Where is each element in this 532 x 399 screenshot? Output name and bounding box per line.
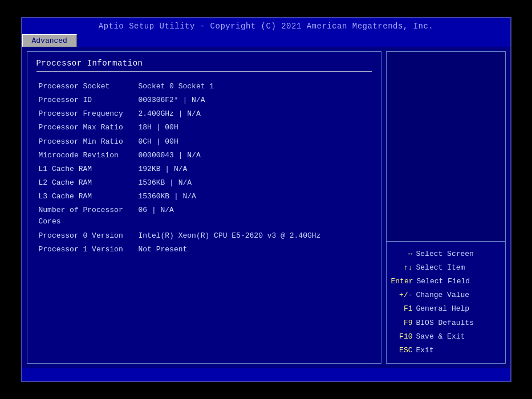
key-row: ↔Select Screen [391, 247, 501, 261]
header-title: Aptio Setup Utility - Copyright (C) 2021… [99, 22, 434, 31]
key-row: ESCExit [391, 344, 501, 357]
row-value: 1536KB | N/A [136, 176, 372, 190]
key-desc: Save & Exit [416, 331, 465, 343]
key-desc: Select Field [417, 276, 470, 287]
keybindings-panel: ↔Select Screen↑↓Select ItemEnterSelect F… [387, 242, 505, 363]
row-value: 0CH | 00H [136, 135, 372, 149]
row-value: 000306F2* | N/A [136, 93, 372, 107]
side-top-decoration [387, 52, 505, 242]
key-label: Enter [391, 276, 413, 287]
bios-content: Processor Information Processor SocketSo… [22, 47, 510, 368]
key-desc: Exit [416, 345, 434, 356]
info-table: Processor SocketSocket 0 Socket 1Process… [36, 80, 372, 256]
row-value: 00000043 | N/A [136, 149, 372, 162]
table-row: Processor ID000306F2* | N/A [36, 93, 372, 107]
key-label: +/- [391, 290, 413, 301]
row-label: Processor 0 Version [36, 229, 136, 243]
row-label: L3 Cache RAM [36, 190, 136, 203]
table-row: L3 Cache RAM15360KB | N/A [36, 190, 372, 203]
key-desc: Select Screen [416, 249, 474, 260]
table-row: Processor Max Ratio18H | 00H [36, 121, 372, 135]
key-label: ESC [391, 345, 413, 356]
panel-divider [36, 71, 372, 72]
table-row: Processor Min Ratio0CH | 00H [36, 135, 372, 149]
row-value: 2.400GHz | N/A [136, 107, 372, 121]
row-label: Processor Max Ratio [36, 121, 136, 135]
bios-screen: Aptio Setup Utility - Copyright (C) 2021… [21, 17, 511, 382]
key-row: F9BIOS Defaults [391, 316, 501, 330]
key-label: F9 [391, 317, 413, 329]
bios-tabs: Advanced [22, 33, 510, 47]
row-label: Processor 1 Version [36, 243, 136, 256]
key-row: EnterSelect Field [391, 275, 501, 288]
key-label: ↔ [391, 249, 413, 260]
main-panel: Processor Information Processor SocketSo… [27, 51, 381, 364]
key-label: F10 [391, 331, 413, 343]
table-row: Processor SocketSocket 0 Socket 1 [36, 80, 372, 93]
key-label: F1 [391, 303, 413, 315]
row-label: L1 Cache RAM [36, 162, 136, 176]
key-desc: General Help [416, 303, 470, 315]
key-row: F1General Help [391, 302, 501, 316]
key-row: F10Save & Exit [391, 330, 501, 344]
row-label: Microcode Revision [36, 149, 136, 162]
tab-advanced[interactable]: Advanced [22, 34, 77, 47]
row-value: Socket 0 Socket 1 [136, 80, 372, 93]
key-desc: BIOS Defaults [416, 317, 474, 329]
side-panel: ↔Select Screen↑↓Select ItemEnterSelect F… [386, 51, 506, 364]
bios-header: Aptio Setup Utility - Copyright (C) 2021… [22, 18, 510, 33]
key-desc: Change Value [416, 290, 470, 301]
table-row: Number of Processor Cores06 | N/A [36, 203, 372, 229]
table-row: Processor 1 VersionNot Present [36, 243, 372, 256]
row-label: L2 Cache RAM [36, 176, 136, 190]
row-value: 18H | 00H [136, 121, 372, 135]
row-value: 15360KB | N/A [136, 190, 372, 203]
row-label: Processor Min Ratio [36, 135, 136, 149]
row-label: Processor Socket [36, 80, 136, 93]
row-label: Number of Processor Cores [36, 203, 136, 229]
table-row: L1 Cache RAM192KB | N/A [36, 162, 372, 176]
table-row: L2 Cache RAM1536KB | N/A [36, 176, 372, 190]
key-row: ↑↓Select Item [391, 261, 501, 275]
table-row: Processor Frequency2.400GHz | N/A [36, 107, 372, 121]
table-row: Processor 0 VersionIntel(R) Xeon(R) CPU … [36, 229, 372, 243]
key-row: +/-Change Value [391, 288, 501, 302]
row-label: Processor ID [36, 93, 136, 107]
key-desc: Select Item [416, 262, 465, 274]
row-value: Not Present [136, 243, 372, 256]
row-value: 06 | N/A [136, 203, 372, 229]
panel-title: Processor Information [36, 59, 372, 68]
bios-footer [22, 368, 510, 381]
key-label: ↑↓ [391, 262, 413, 274]
row-label: Processor Frequency [36, 107, 136, 121]
row-value: Intel(R) Xeon(R) CPU E5-2620 v3 @ 2.40GH… [136, 229, 372, 243]
table-row: Microcode Revision00000043 | N/A [36, 149, 372, 162]
row-value: 192KB | N/A [136, 162, 372, 176]
